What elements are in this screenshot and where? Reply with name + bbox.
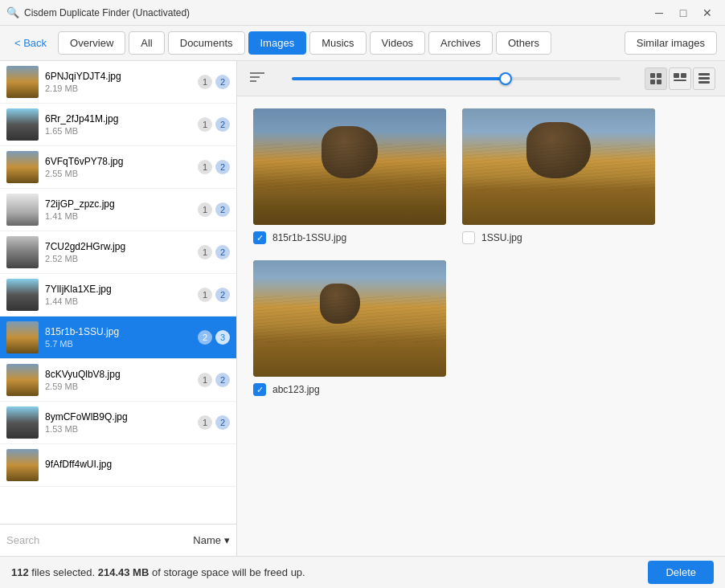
file-size: 2.19 MB	[45, 84, 191, 93]
size-slider-container	[276, 77, 637, 80]
files-label: files selected.	[31, 566, 97, 578]
tab-overview[interactable]: Overview	[58, 31, 125, 55]
detail-view-button[interactable]	[669, 67, 691, 90]
file-name: 8cKVyuQlbV8.jpg	[45, 369, 191, 380]
file-counts: 1 2	[198, 75, 230, 89]
list-item[interactable]: 72ijGP_zpzc.jpg 1.41 MB 1 2	[0, 189, 236, 231]
main-layout: 6PNJqiYDJT4.jpg 2.19 MB 1 2 6Rr_2fJp41M.…	[0, 61, 725, 556]
minimize-button[interactable]: ─	[648, 3, 670, 22]
app-title: Cisdem Duplicate Finder (Unactivated)	[24, 7, 190, 18]
file-size: 1.65 MB	[45, 126, 191, 136]
list-item[interactable]: 7CU2gd2HGrw.jpg 2.52 MB 1 2	[0, 231, 236, 274]
tab-all[interactable]: All	[129, 31, 164, 55]
right-panel: 815r1b-1SSU.jpg 1SSU.jpg	[237, 61, 725, 556]
app-icon: 🔍	[6, 6, 19, 19]
svg-rect-9	[674, 80, 686, 81]
file-name: 7CU2gd2HGrw.jpg	[45, 241, 191, 252]
select-checkbox[interactable]	[253, 231, 266, 244]
file-size: 2.55 MB	[45, 169, 191, 178]
list-item[interactable]: 6VFqT6vPY78.jpg 2.55 MB 1 2	[0, 146, 236, 189]
image-filename: 1SSU.jpg	[481, 232, 522, 243]
file-size: 5.7 MB	[45, 339, 191, 349]
count-badge-1: 1	[198, 160, 212, 174]
size-slider[interactable]	[292, 77, 621, 80]
sand-lines-3	[253, 296, 446, 342]
sort-dropdown[interactable]: Name ▾	[193, 534, 230, 546]
list-item[interactable]: 8cKVyuQlbV8.jpg 2.59 MB 1 2	[0, 359, 236, 402]
delete-button[interactable]: Delete	[648, 561, 714, 584]
image-filename: 815r1b-1SSU.jpg	[272, 232, 346, 243]
similar-images-button[interactable]: Similar images	[625, 31, 717, 55]
file-counts: 2 3	[198, 330, 230, 345]
tab-videos[interactable]: Videos	[370, 31, 426, 55]
view-buttons	[645, 67, 715, 90]
close-button[interactable]: ✕	[696, 3, 719, 22]
file-size: 2.52 MB	[45, 254, 191, 263]
sort-list-icon[interactable]	[247, 68, 268, 89]
slider-thumb[interactable]	[499, 72, 512, 85]
tab-documents[interactable]: Documents	[168, 31, 245, 55]
list-item[interactable]: 8ymCFoWlB9Q.jpg 1.53 MB 1 2	[0, 402, 236, 444]
image-label: 815r1b-1SSU.jpg	[253, 231, 346, 244]
list-item[interactable]: 6Rr_2fJp41M.jpg 1.65 MB 1 2	[0, 104, 236, 146]
duplicate-item: abc123.jpg	[253, 260, 446, 396]
duplicate-item: 1SSU.jpg	[462, 108, 655, 244]
file-counts: 1 2	[198, 160, 230, 174]
file-thumbnail	[6, 66, 39, 98]
list-item[interactable]: 6PNJqiYDJT4.jpg 2.19 MB 1 2	[0, 61, 236, 104]
image-label: 1SSU.jpg	[462, 231, 522, 244]
file-name: 9fAfDff4wUI.jpg	[45, 459, 223, 470]
count-badge-1: 2	[198, 330, 212, 345]
count-badge-2: 2	[215, 202, 230, 217]
grid-view-button[interactable]	[645, 67, 667, 90]
right-toolbar	[237, 61, 725, 96]
storage-size: 214.43 MB	[98, 566, 150, 578]
file-counts: 1 2	[198, 288, 230, 302]
search-input[interactable]	[6, 534, 188, 546]
file-info: 9fAfDff4wUI.jpg	[45, 459, 223, 472]
file-size: 1.53 MB	[45, 424, 191, 434]
svg-rect-5	[650, 80, 655, 84]
file-thumbnail	[6, 108, 39, 141]
window-controls: ─ □ ✕	[648, 3, 719, 22]
file-thumbnail	[6, 449, 39, 481]
file-counts: 1 2	[198, 117, 230, 132]
tab-images[interactable]: Images	[248, 31, 307, 55]
count-badge-2: 2	[215, 373, 230, 387]
file-name: 72ijGP_zpzc.jpg	[45, 198, 191, 210]
list-item[interactable]: 9fAfDff4wUI.jpg	[0, 444, 236, 487]
desert-scene-2	[462, 108, 655, 225]
file-thumbnail	[6, 151, 39, 183]
file-info: 72ijGP_zpzc.jpg 1.41 MB	[45, 198, 191, 221]
select-checkbox[interactable]	[462, 231, 475, 244]
count-badge-1: 1	[198, 75, 212, 89]
svg-rect-11	[698, 77, 710, 80]
svg-rect-12	[698, 81, 710, 84]
tab-archives[interactable]: Archives	[428, 31, 493, 55]
tab-musics[interactable]: Musics	[309, 31, 366, 55]
file-info: 7YlIjKla1XE.jpg 1.44 MB	[45, 284, 191, 306]
list-item[interactable]: 815r1b-1SSU.jpg 5.7 MB 2 3	[0, 316, 236, 359]
list-view-button[interactable]	[693, 67, 715, 90]
storage-label: of storage space will be freed up.	[152, 566, 305, 578]
count-badge-1: 1	[198, 117, 212, 132]
file-info: 6PNJqiYDJT4.jpg 2.19 MB	[45, 71, 191, 93]
count-badge-2: 2	[215, 245, 230, 259]
status-bar: 112 files selected. 214.43 MB of storage…	[0, 556, 725, 588]
file-thumbnail	[6, 194, 39, 226]
select-checkbox[interactable]	[253, 383, 266, 396]
tab-others[interactable]: Others	[496, 31, 551, 55]
back-button[interactable]: < Back	[8, 34, 53, 52]
file-info: 7CU2gd2HGrw.jpg 2.52 MB	[45, 241, 191, 263]
maximize-button[interactable]: □	[672, 3, 694, 22]
file-thumbnail	[6, 364, 39, 396]
list-item[interactable]: 7YlIjKla1XE.jpg 1.44 MB 1 2	[0, 274, 236, 316]
count-badge-2: 2	[215, 117, 230, 132]
file-name: 6Rr_2fJp41M.jpg	[45, 113, 191, 125]
sort-label: Name	[193, 534, 221, 546]
chevron-down-icon: ▾	[224, 534, 230, 546]
count-badge-2: 2	[215, 75, 230, 89]
files-count: 112	[11, 566, 29, 578]
file-name: 815r1b-1SSU.jpg	[45, 326, 191, 337]
title-bar: 🔍 Cisdem Duplicate Finder (Unactivated) …	[0, 0, 725, 26]
